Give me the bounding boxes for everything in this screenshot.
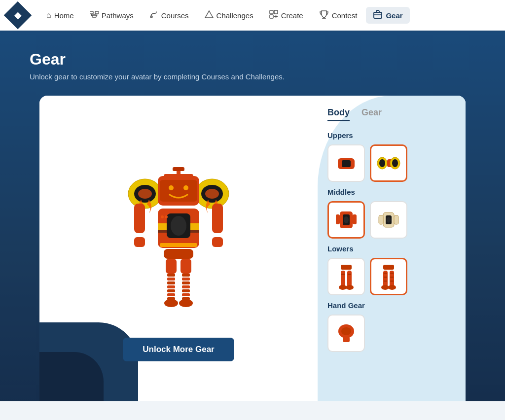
- middle-item-2[interactable]: [370, 201, 407, 239]
- svg-rect-43: [166, 259, 177, 274]
- svg-rect-10: [270, 15, 273, 18]
- lower-item-2[interactable]: [370, 258, 407, 295]
- svg-point-82: [346, 285, 354, 290]
- svg-rect-100: [390, 279, 394, 280]
- svg-rect-86: [348, 276, 351, 278]
- svg-point-26: [169, 185, 174, 190]
- svg-rect-57: [182, 293, 190, 296]
- svg-rect-99: [390, 277, 394, 278]
- unlock-more-button[interactable]: Unlock More Gear: [123, 338, 234, 361]
- section-lowers-title: Lowers: [327, 245, 456, 253]
- svg-point-81: [339, 285, 347, 290]
- svg-rect-79: [341, 271, 345, 286]
- tab-body[interactable]: Body: [327, 107, 350, 121]
- svg-rect-87: [383, 265, 394, 270]
- svg-rect-44: [180, 259, 191, 274]
- svg-rect-80: [347, 271, 352, 286]
- tab-gear[interactable]: Gear: [361, 107, 382, 121]
- svg-rect-84: [341, 276, 345, 278]
- content-card: Unlock More Gear Body Gear Uppers: [39, 96, 466, 401]
- courses-icon: [149, 10, 158, 21]
- svg-rect-48: [167, 285, 175, 288]
- svg-rect-55: [182, 285, 190, 288]
- robot-area: Unlock More Gear: [39, 96, 318, 401]
- create-icon: [269, 10, 278, 21]
- svg-rect-76: [379, 215, 383, 224]
- upper-item-1[interactable]: [327, 144, 365, 182]
- svg-point-103: [341, 327, 351, 335]
- upper-2-icon: [376, 152, 401, 174]
- svg-point-22: [205, 189, 219, 199]
- page-title: Gear: [30, 50, 475, 69]
- svg-rect-46: [167, 278, 175, 280]
- lower-item-1[interactable]: [327, 258, 365, 295]
- nav-contest[interactable]: Contest: [312, 7, 364, 24]
- svg-rect-52: [182, 274, 190, 277]
- challenges-icon: [205, 10, 214, 20]
- svg-rect-97: [390, 273, 394, 274]
- svg-rect-15: [374, 12, 382, 18]
- svg-rect-62: [342, 160, 351, 167]
- svg-rect-53: [182, 278, 190, 280]
- nav-challenges[interactable]: Challenges: [198, 7, 260, 23]
- svg-rect-40: [134, 237, 145, 247]
- nav-items: ⌂ Home Pathways Courses Challenges Cre: [39, 7, 497, 24]
- svg-rect-83: [341, 274, 345, 275]
- svg-rect-56: [182, 289, 190, 292]
- svg-rect-93: [384, 275, 387, 276]
- gear-panel-content: Body Gear Uppers: [318, 96, 466, 364]
- logo-icon: ◆: [14, 10, 21, 21]
- svg-point-19: [138, 189, 152, 199]
- nav-courses[interactable]: Courses: [143, 7, 196, 24]
- nav-challenges-label: Challenges: [216, 11, 253, 20]
- nav-home[interactable]: ⌂ Home: [39, 8, 81, 23]
- nav-courses-label: Courses: [161, 11, 189, 20]
- svg-rect-78: [341, 265, 352, 270]
- svg-rect-47: [167, 281, 175, 284]
- handgear-1-icon: [334, 322, 359, 344]
- svg-point-70: [344, 216, 349, 223]
- middle-2-icon: [376, 208, 401, 232]
- logo[interactable]: ◆: [4, 1, 32, 30]
- svg-rect-104: [343, 337, 350, 342]
- nav-contest-label: Contest: [332, 11, 358, 20]
- svg-rect-39: [160, 243, 197, 247]
- svg-rect-1: [95, 11, 99, 14]
- gear-tabs: Body Gear: [327, 107, 456, 121]
- robot-svg: [119, 140, 238, 318]
- svg-rect-95: [384, 279, 387, 280]
- middles-items: [327, 201, 456, 239]
- blue-wave-2: [39, 352, 104, 401]
- nav-create[interactable]: Create: [262, 7, 310, 24]
- svg-rect-29: [173, 167, 184, 171]
- svg-rect-0: [90, 11, 93, 14]
- page-header: Gear Unlock gear to customize your avata…: [0, 31, 505, 401]
- svg-point-38: [165, 215, 168, 218]
- svg-rect-92: [384, 273, 387, 274]
- middle-item-1[interactable]: [327, 201, 365, 239]
- lower-1-icon: [334, 263, 359, 290]
- gear-bag-icon: [373, 10, 383, 21]
- handgear-item-1[interactable]: [327, 315, 365, 352]
- gear-panel-wrap: Body Gear Uppers: [318, 96, 466, 401]
- nav-home-label: Home: [54, 11, 74, 20]
- svg-point-75: [387, 217, 391, 223]
- svg-rect-71: [336, 214, 340, 224]
- section-handgear-title: Hand Gear: [327, 301, 456, 310]
- svg-rect-101: [390, 280, 394, 282]
- nav-gear[interactable]: Gear: [366, 7, 409, 24]
- section-uppers-title: Uppers: [327, 131, 456, 140]
- svg-point-36: [171, 216, 186, 236]
- uppers-items: [327, 144, 456, 182]
- svg-rect-8: [270, 10, 273, 14]
- svg-rect-54: [182, 281, 190, 284]
- svg-rect-72: [353, 214, 357, 224]
- svg-point-37: [161, 215, 164, 218]
- svg-rect-96: [384, 280, 387, 282]
- svg-rect-9: [274, 10, 278, 14]
- nav-pathways[interactable]: Pathways: [83, 7, 141, 23]
- svg-point-59: [164, 299, 178, 307]
- svg-rect-94: [384, 277, 387, 278]
- svg-rect-41: [212, 237, 223, 247]
- upper-item-2[interactable]: [370, 144, 407, 182]
